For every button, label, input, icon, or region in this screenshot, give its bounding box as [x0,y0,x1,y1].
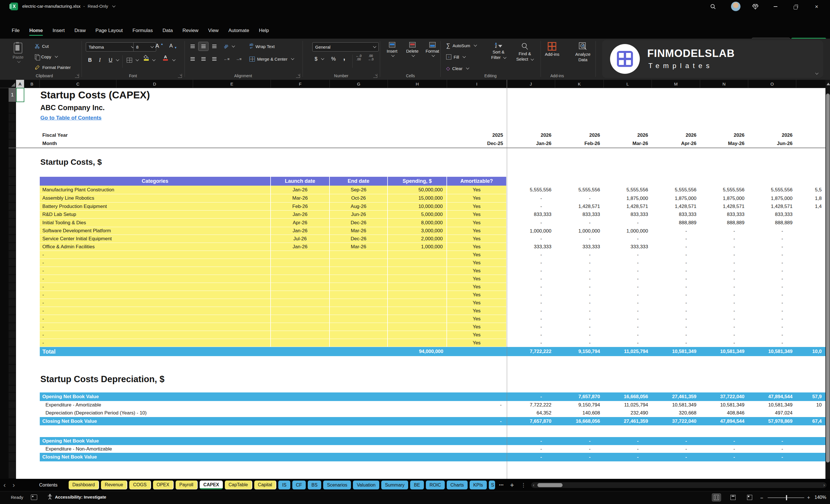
month-value-cell[interactable]: 833,333 [652,211,700,219]
amortizable-cell[interactable]: Yes [447,235,507,243]
month-value-cell[interactable]: - [507,291,555,299]
end-date-cell[interactable] [330,267,388,275]
month-value-cell[interactable]: - [652,437,700,445]
launch-date-cell[interactable] [271,291,330,299]
sheet-tab-capital[interactable]: Capital [254,480,277,490]
spending-cell[interactable]: 3,000,000 [388,227,447,235]
increase-font-button[interactable]: A▲ [155,42,164,50]
month-value-cell[interactable]: - [555,219,604,227]
row-header[interactable]: 4 [8,122,16,131]
month-value-cell[interactable]: 37,722,040 [652,417,700,426]
category-cell[interactable]: Service Center Initial Equipment [40,235,271,243]
month-value-cell[interactable]: - [555,445,604,453]
add-ins-button[interactable]: Add-ins [545,42,560,57]
row-header[interactable]: 2 [8,102,16,113]
amortizable-cell[interactable]: Yes [447,219,507,227]
category-cell[interactable]: Battery Production Equipment [40,202,271,211]
end-date-cell[interactable]: Dec-26 [330,235,388,243]
normal-view-button[interactable] [712,494,721,501]
row-header[interactable]: 28 [8,275,16,283]
spending-cell[interactable]: 15,000,000 [388,194,447,202]
amortizable-cell[interactable]: Yes [447,186,507,194]
clear-button[interactable]: ◇ Clear [446,65,469,72]
month-value-cell[interactable]: - [555,331,604,339]
search-icon[interactable] [709,3,717,10]
month-value-cell[interactable]: - [748,235,796,243]
spending-cell[interactable]: 50,000,000 [388,186,447,194]
month-value-cell[interactable]: - [652,243,700,251]
row-header[interactable]: 31 [8,299,16,307]
scroll-left-arrow-icon[interactable]: ‹ [533,482,534,488]
column-header-N[interactable]: N [700,80,748,88]
currency-button[interactable]: $ [315,55,324,63]
active-cell-outline[interactable] [16,88,24,102]
launch-date-cell[interactable] [271,307,330,315]
percent-button[interactable]: % [331,55,336,63]
menu-tab-data[interactable]: Data [158,26,178,37]
close-button[interactable]: × [813,3,820,10]
launch-date-cell[interactable]: Jan-26 [271,243,330,251]
month-value-cell[interactable]: 64,352 [507,409,555,417]
category-cell[interactable]: - [40,307,271,315]
row-header[interactable]: 50 [8,461,16,479]
month-cell[interactable]: Feb-26 [555,139,604,148]
row-header[interactable]: 1 [8,88,16,102]
month-value-cell[interactable]: 833,333 [700,211,748,219]
month-value-cell[interactable]: - [604,235,652,243]
month-value-cell[interactable]: - [555,251,604,259]
clipped-value-cell[interactable]: 67,4 [796,417,825,426]
row-header[interactable]: 39 [8,365,16,373]
row-header[interactable]: 45 [8,417,16,426]
format-cells-button[interactable]: Format [425,42,439,57]
delete-cells-button[interactable]: Delete [406,42,418,57]
month-value-cell[interactable]: 5,555,556 [604,186,652,194]
sheet-tab-charts[interactable]: Charts [447,480,468,490]
month-value-cell[interactable]: - [507,202,555,211]
month-value-cell[interactable]: - [700,445,748,453]
amortizable-cell[interactable]: Yes [447,315,507,323]
month-cell[interactable]: Mar-26 [604,139,652,148]
end-date-cell[interactable]: Oct-26 [330,194,388,202]
row-header[interactable]: 48 [8,445,16,453]
row-header[interactable]: 42 [8,392,16,401]
orientation-button[interactable]: ab [224,43,234,50]
scroll-up-arrow-icon[interactable] [827,83,830,85]
display-settings-icon[interactable] [31,495,37,500]
month-value-cell[interactable]: - [507,445,555,453]
row-header[interactable]: 23 [8,235,16,243]
month-value-cell[interactable]: - [700,267,748,275]
month-value-cell[interactable]: 333,333 [507,243,555,251]
total-label-cell[interactable]: Total [40,347,271,356]
month-value-cell[interactable]: 10,581,349 [652,401,700,409]
month-value-cell[interactable]: - [604,291,652,299]
category-cell[interactable]: - [40,275,271,283]
launch-date-cell[interactable]: Jan-26 [271,211,330,219]
end-date-cell[interactable] [330,291,388,299]
month-value-cell[interactable]: - [507,235,555,243]
month-value-cell[interactable]: - [748,283,796,291]
month-value-cell[interactable]: 10,581,349 [748,401,796,409]
fiscal-year-label-cell[interactable]: Fiscal Year [40,131,193,139]
company-name-cell[interactable]: ABC Company Inc. [40,102,447,113]
end-date-cell[interactable]: Mar-26 [330,243,388,251]
alignment-dialog-launcher[interactable]: ↘ [296,74,300,78]
sheet-tab-contents[interactable]: Contents [35,480,61,490]
month-value-cell[interactable]: - [700,235,748,243]
month-value-cell[interactable]: - [604,299,652,307]
restore-button[interactable] [792,4,799,11]
row-header[interactable]: 29 [8,283,16,291]
zoom-percentage[interactable]: 140% [815,495,826,500]
launch-date-cell[interactable]: Jan-26 [271,227,330,235]
underline-button[interactable]: U [109,56,119,64]
month-value-cell[interactable]: - [652,339,700,347]
month-value-cell[interactable]: - [700,275,748,283]
spending-cell[interactable] [388,339,447,347]
row-header[interactable]: 25 [8,251,16,259]
column-header-A[interactable]: A [16,80,24,88]
month-cell[interactable]: Jun-26 [748,139,796,148]
month-value-cell[interactable]: - [748,227,796,235]
fiscal-year-cell[interactable]: 2025 [447,131,507,139]
end-date-cell[interactable] [330,323,388,331]
sheet-tab-be[interactable]: BE [410,480,423,490]
month-value-cell[interactable]: 5,555,556 [700,186,748,194]
